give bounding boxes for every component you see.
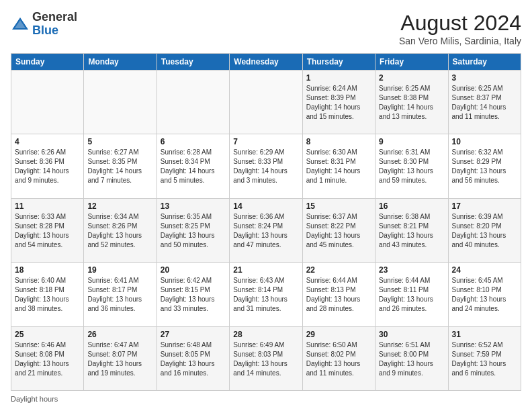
title-block: August 2024 San Vero Milis, Sardinia, It… <box>399 11 521 46</box>
day-cell: 17Sunrise: 6:39 AM Sunset: 8:20 PM Dayli… <box>448 198 521 262</box>
day-info: Sunrise: 6:52 AM Sunset: 7:59 PM Dayligh… <box>452 340 517 378</box>
day-info: Sunrise: 6:49 AM Sunset: 8:03 PM Dayligh… <box>233 340 298 378</box>
day-info: Sunrise: 6:40 AM Sunset: 8:18 PM Dayligh… <box>15 276 80 314</box>
logo-text: General Blue <box>32 11 77 38</box>
day-number: 31 <box>452 330 517 339</box>
day-number: 13 <box>161 201 226 211</box>
day-info: Sunrise: 6:34 AM Sunset: 8:26 PM Dayligh… <box>87 212 152 250</box>
day-headers-row: SundayMondayTuesdayWednesdayThursdayFrid… <box>11 54 521 71</box>
day-info: Sunrise: 6:50 AM Sunset: 8:02 PM Dayligh… <box>306 340 371 378</box>
day-info: Sunrise: 6:26 AM Sunset: 8:36 PM Dayligh… <box>15 148 80 185</box>
day-info: Sunrise: 6:28 AM Sunset: 8:34 PM Dayligh… <box>161 148 226 185</box>
day-number: 28 <box>233 330 298 339</box>
day-number: 15 <box>306 201 371 211</box>
day-info: Sunrise: 6:45 AM Sunset: 8:10 PM Dayligh… <box>452 276 517 314</box>
day-info: Sunrise: 6:48 AM Sunset: 8:05 PM Dayligh… <box>161 340 226 378</box>
day-cell: 24Sunrise: 6:45 AM Sunset: 8:10 PM Dayli… <box>448 263 521 326</box>
day-cell: 1Sunrise: 6:24 AM Sunset: 8:39 PM Daylig… <box>302 71 375 134</box>
day-cell: 6Sunrise: 6:28 AM Sunset: 8:34 PM Daylig… <box>157 134 229 198</box>
day-number: 18 <box>15 265 80 275</box>
day-number: 12 <box>87 201 152 211</box>
location: San Vero Milis, Sardinia, Italy <box>399 36 521 46</box>
day-number: 9 <box>379 137 444 146</box>
day-number: 4 <box>15 137 80 146</box>
day-cell: 16Sunrise: 6:38 AM Sunset: 8:21 PM Dayli… <box>375 198 448 262</box>
day-cell: 5Sunrise: 6:27 AM Sunset: 8:35 PM Daylig… <box>84 134 157 198</box>
day-info: Sunrise: 6:35 AM Sunset: 8:25 PM Dayligh… <box>161 212 226 250</box>
page: General Blue August 2024 San Vero Milis,… <box>0 0 532 411</box>
day-cell <box>84 71 157 134</box>
day-info: Sunrise: 6:44 AM Sunset: 8:13 PM Dayligh… <box>306 276 371 314</box>
month-year: August 2024 <box>399 11 521 36</box>
day-number: 25 <box>15 330 80 339</box>
day-number: 7 <box>233 137 298 146</box>
day-cell: 4Sunrise: 6:26 AM Sunset: 8:36 PM Daylig… <box>11 134 84 198</box>
day-header-saturday: Saturday <box>448 54 521 71</box>
day-number: 23 <box>379 265 444 275</box>
day-cell: 30Sunrise: 6:51 AM Sunset: 8:00 PM Dayli… <box>375 326 448 390</box>
day-number: 14 <box>233 201 298 211</box>
day-cell: 26Sunrise: 6:47 AM Sunset: 8:07 PM Dayli… <box>84 326 157 390</box>
day-info: Sunrise: 6:43 AM Sunset: 8:14 PM Dayligh… <box>233 276 298 314</box>
day-cell: 18Sunrise: 6:40 AM Sunset: 8:18 PM Dayli… <box>11 263 84 326</box>
day-number: 29 <box>306 330 371 339</box>
day-number: 26 <box>87 330 152 339</box>
day-cell: 29Sunrise: 6:50 AM Sunset: 8:02 PM Dayli… <box>302 326 375 390</box>
day-cell: 25Sunrise: 6:46 AM Sunset: 8:08 PM Dayli… <box>11 326 84 390</box>
day-header-tuesday: Tuesday <box>157 54 229 71</box>
footer-note-text: Daylight hours <box>11 395 58 403</box>
day-cell: 19Sunrise: 6:41 AM Sunset: 8:17 PM Dayli… <box>84 263 157 326</box>
day-cell: 23Sunrise: 6:44 AM Sunset: 8:11 PM Dayli… <box>375 263 448 326</box>
day-number: 19 <box>87 265 152 275</box>
day-number: 11 <box>15 201 80 211</box>
day-info: Sunrise: 6:44 AM Sunset: 8:11 PM Dayligh… <box>379 276 444 314</box>
header: General Blue August 2024 San Vero Milis,… <box>11 11 521 46</box>
day-info: Sunrise: 6:42 AM Sunset: 8:15 PM Dayligh… <box>161 276 226 314</box>
logo: General Blue <box>11 11 77 38</box>
week-row-3: 11Sunrise: 6:33 AM Sunset: 8:28 PM Dayli… <box>11 198 521 262</box>
day-cell: 13Sunrise: 6:35 AM Sunset: 8:25 PM Dayli… <box>157 198 229 262</box>
day-number: 8 <box>306 137 371 146</box>
day-info: Sunrise: 6:47 AM Sunset: 8:07 PM Dayligh… <box>87 340 152 378</box>
day-cell: 21Sunrise: 6:43 AM Sunset: 8:14 PM Dayli… <box>230 263 302 326</box>
day-info: Sunrise: 6:37 AM Sunset: 8:22 PM Dayligh… <box>306 212 371 250</box>
day-cell <box>230 71 302 134</box>
day-info: Sunrise: 6:46 AM Sunset: 8:08 PM Dayligh… <box>15 340 80 378</box>
day-number: 20 <box>161 265 226 275</box>
day-info: Sunrise: 6:25 AM Sunset: 8:37 PM Dayligh… <box>452 84 517 122</box>
day-number: 3 <box>452 73 517 83</box>
day-cell: 12Sunrise: 6:34 AM Sunset: 8:26 PM Dayli… <box>84 198 157 262</box>
logo-general: General <box>32 10 77 24</box>
day-info: Sunrise: 6:24 AM Sunset: 8:39 PM Dayligh… <box>306 84 371 122</box>
day-number: 24 <box>452 265 517 275</box>
day-info: Sunrise: 6:25 AM Sunset: 8:38 PM Dayligh… <box>379 84 444 122</box>
day-number: 10 <box>452 137 517 146</box>
calendar: SundayMondayTuesdayWednesdayThursdayFrid… <box>11 53 521 391</box>
day-info: Sunrise: 6:33 AM Sunset: 8:28 PM Dayligh… <box>15 212 80 250</box>
day-header-monday: Monday <box>84 54 157 71</box>
week-row-5: 25Sunrise: 6:46 AM Sunset: 8:08 PM Dayli… <box>11 326 521 390</box>
day-header-thursday: Thursday <box>302 54 375 71</box>
day-cell: 27Sunrise: 6:48 AM Sunset: 8:05 PM Dayli… <box>157 326 229 390</box>
day-number: 30 <box>379 330 444 339</box>
day-cell: 15Sunrise: 6:37 AM Sunset: 8:22 PM Dayli… <box>302 198 375 262</box>
day-number: 2 <box>379 73 444 83</box>
day-header-wednesday: Wednesday <box>230 54 302 71</box>
day-cell <box>157 71 229 134</box>
week-row-1: 1Sunrise: 6:24 AM Sunset: 8:39 PM Daylig… <box>11 71 521 134</box>
day-number: 6 <box>161 137 226 146</box>
day-cell: 3Sunrise: 6:25 AM Sunset: 8:37 PM Daylig… <box>448 71 521 134</box>
day-header-sunday: Sunday <box>11 54 84 71</box>
day-number: 21 <box>233 265 298 275</box>
day-info: Sunrise: 6:27 AM Sunset: 8:35 PM Dayligh… <box>87 148 152 185</box>
day-cell: 20Sunrise: 6:42 AM Sunset: 8:15 PM Dayli… <box>157 263 229 326</box>
day-number: 5 <box>87 137 152 146</box>
day-number: 22 <box>306 265 371 275</box>
day-info: Sunrise: 6:36 AM Sunset: 8:24 PM Dayligh… <box>233 212 298 250</box>
day-number: 27 <box>161 330 226 339</box>
day-cell: 10Sunrise: 6:32 AM Sunset: 8:29 PM Dayli… <box>448 134 521 198</box>
day-info: Sunrise: 6:32 AM Sunset: 8:29 PM Dayligh… <box>452 148 517 185</box>
day-info: Sunrise: 6:51 AM Sunset: 8:00 PM Dayligh… <box>379 340 444 378</box>
day-info: Sunrise: 6:29 AM Sunset: 8:33 PM Dayligh… <box>233 148 298 185</box>
day-info: Sunrise: 6:30 AM Sunset: 8:31 PM Dayligh… <box>306 148 371 185</box>
